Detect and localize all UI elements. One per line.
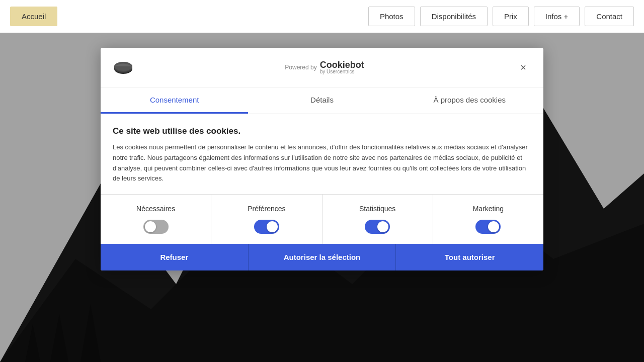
toggle-preferences-switch[interactable]	[254, 220, 279, 234]
dialog-tabs: Consentement Détails À propos des cookie…	[101, 87, 543, 114]
powered-by-section: Powered by Cookiebot by Usercentrics	[285, 60, 364, 74]
allow-selection-button[interactable]: Autoriser la sélection	[249, 244, 396, 270]
toggle-necessaires-label: Nécessaires	[136, 205, 175, 213]
toggle-necessaires-switch[interactable]	[143, 220, 169, 234]
toggles-section: Nécessaires Préférences Statistiques	[101, 194, 543, 244]
brand-logo	[113, 57, 134, 78]
nav-photos[interactable]: Photos	[368, 7, 415, 26]
nav-contact[interactable]: Contact	[585, 7, 634, 26]
navigation: Accueil Photos Disponibilités Prix Infos…	[0, 0, 644, 33]
dialog-overlay: Powered by Cookiebot by Usercentrics × C…	[0, 33, 644, 362]
nav-accueil[interactable]: Accueil	[10, 7, 57, 26]
toggle-necessaires-knob	[145, 221, 156, 232]
cookiebot-branding: Cookiebot by Usercentrics	[320, 60, 364, 74]
cookiebot-brand-name: Cookiebot	[320, 60, 364, 69]
toggle-marketing-label: Marketing	[473, 205, 504, 213]
toggle-preferences-knob	[267, 221, 278, 232]
allow-all-button[interactable]: Tout autoriser	[396, 244, 543, 270]
toggle-statistiques-label: Statistiques	[359, 205, 395, 213]
nav-infos[interactable]: Infos +	[534, 7, 580, 26]
refuse-button[interactable]: Refuser	[101, 244, 249, 270]
dialog-action-buttons: Refuser Autoriser la sélection Tout auto…	[101, 244, 543, 270]
toggle-statistiques-switch[interactable]	[365, 220, 390, 234]
powered-by-text: Powered by	[285, 64, 316, 71]
close-button[interactable]: ×	[515, 59, 531, 75]
dialog-header: Powered by Cookiebot by Usercentrics ×	[101, 48, 543, 87]
cookiebot-sub-name: by Usercentrics	[320, 69, 355, 74]
tab-details[interactable]: Détails	[248, 87, 395, 114]
content-title: Ce site web utilise des cookies.	[113, 126, 531, 136]
tab-consentement[interactable]: Consentement	[101, 87, 248, 114]
toggle-statistiques: Statistiques	[323, 195, 433, 244]
toggle-necessaires: Nécessaires	[101, 195, 211, 244]
dialog-content: Ce site web utilise des cookies. Les coo…	[101, 114, 543, 194]
nav-disponibilites[interactable]: Disponibilités	[420, 7, 488, 26]
cookiebot-logo-icon	[113, 57, 134, 78]
toggle-preferences: Préférences	[211, 195, 322, 244]
toggle-marketing-switch[interactable]	[475, 220, 501, 234]
toggle-marketing: Marketing	[433, 195, 543, 244]
nav-prix[interactable]: Prix	[493, 7, 529, 26]
tab-about-cookies[interactable]: À propos des cookies	[396, 87, 543, 114]
toggle-preferences-label: Préférences	[248, 205, 285, 213]
content-body: Les cookies nous permettent de personnal…	[113, 142, 531, 184]
cookie-consent-dialog: Powered by Cookiebot by Usercentrics × C…	[101, 48, 543, 270]
